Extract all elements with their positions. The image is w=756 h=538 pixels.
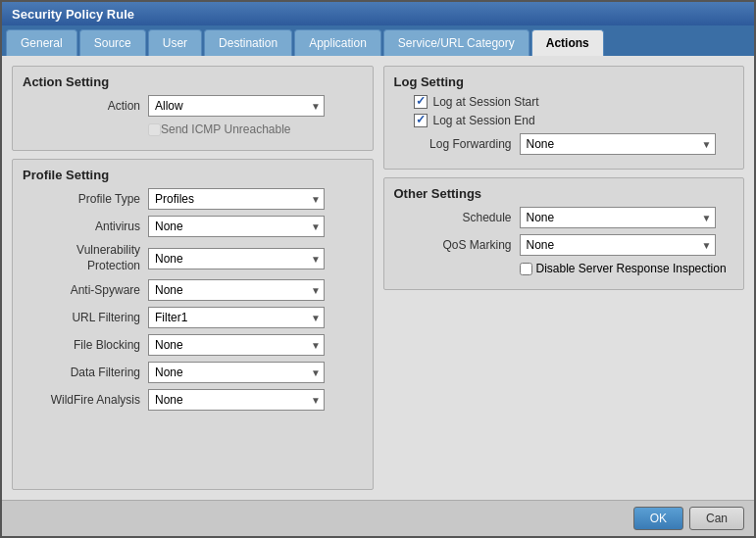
antispyware-row: Anti-Spyware None ▼	[23, 279, 363, 301]
log-forwarding-row: Log Forwarding None ▼	[394, 133, 734, 155]
dialog-title: Security Policy Rule	[12, 7, 134, 22]
data-filtering-row: Data Filtering None ▼	[23, 362, 363, 383]
vuln-select[interactable]: None	[148, 248, 325, 269]
title-bar: Security Policy Rule	[2, 2, 754, 25]
profile-type-select-wrapper: Profiles ▼	[148, 188, 325, 210]
disable-server-row: Disable Server Response Inspection	[394, 262, 734, 275]
log-session-start-row: Log at Session Start	[394, 95, 734, 109]
action-row: Action Allow ▼	[23, 95, 363, 117]
schedule-row: Schedule None ▼	[394, 207, 734, 228]
file-blocking-row: File Blocking None ▼	[23, 334, 363, 356]
profile-type-row: Profile Type Profiles ▼	[23, 188, 363, 210]
qos-label: QoS Marking	[394, 238, 512, 252]
log-session-end-label: Log at Session End	[433, 114, 535, 127]
wildfire-row: WildFire Analysis None ▼	[23, 389, 363, 411]
tab-source[interactable]: Source	[79, 29, 146, 56]
tab-application[interactable]: Application	[294, 29, 381, 56]
log-session-end-row: Log at Session End	[394, 114, 734, 127]
action-setting-title: Action Setting	[23, 74, 363, 89]
disable-server-checkbox[interactable]	[520, 263, 532, 275]
vuln-label: VulnerabilityProtection	[23, 243, 140, 273]
dialog-footer: OK Can	[2, 500, 754, 536]
log-session-start-checkmark	[414, 95, 428, 109]
schedule-select-wrapper: None ▼	[520, 207, 716, 228]
tab-user[interactable]: User	[148, 29, 202, 56]
url-filtering-label: URL Filtering	[23, 311, 140, 324]
cancel-button[interactable]: Can	[689, 507, 744, 530]
profile-setting-section: Profile Setting Profile Type Profiles ▼ …	[12, 159, 374, 490]
data-filtering-select-wrapper: None ▼	[148, 362, 325, 383]
security-policy-dialog: Security Policy Rule General Source User…	[0, 0, 756, 538]
data-filtering-label: Data Filtering	[23, 366, 140, 379]
antivirus-row: Antivirus None ▼	[23, 216, 363, 237]
file-blocking-label: File Blocking	[23, 338, 140, 352]
data-filtering-select[interactable]: None	[148, 362, 325, 383]
antispyware-select-wrapper: None ▼	[148, 279, 325, 301]
wildfire-select-wrapper: None ▼	[148, 389, 325, 411]
antivirus-select[interactable]: None	[148, 216, 325, 237]
log-setting-section: Log Setting Log at Session Start Log at …	[383, 66, 745, 170]
log-setting-title: Log Setting	[394, 74, 734, 89]
log-forwarding-select-wrapper: None ▼	[520, 133, 716, 155]
left-panel: Action Setting Action Allow ▼ Send ICMP …	[12, 66, 374, 490]
send-icmp-label: Send ICMP Unreachable	[161, 122, 291, 136]
schedule-label: Schedule	[394, 211, 512, 224]
log-forwarding-select[interactable]: None	[520, 133, 716, 155]
action-select[interactable]: Allow	[148, 95, 325, 117]
qos-select[interactable]: None	[520, 234, 716, 256]
log-forwarding-label: Log Forwarding	[394, 137, 512, 151]
tab-destination[interactable]: Destination	[204, 29, 292, 56]
schedule-select[interactable]: None	[520, 207, 716, 228]
url-filtering-row: URL Filtering Filter1 ▼	[23, 307, 363, 328]
file-blocking-select[interactable]: None	[148, 334, 325, 356]
log-session-start-label: Log at Session Start	[433, 95, 539, 109]
right-panel: Log Setting Log at Session Start Log at …	[383, 66, 745, 490]
send-icmp-row: Send ICMP Unreachable	[23, 122, 363, 136]
send-icmp-checkbox[interactable]	[148, 123, 161, 136]
action-setting-section: Action Setting Action Allow ▼ Send ICMP …	[12, 66, 374, 151]
wildfire-select[interactable]: None	[148, 389, 325, 411]
url-select-wrapper: Filter1 ▼	[148, 307, 325, 328]
content-area: Action Setting Action Allow ▼ Send ICMP …	[2, 56, 754, 500]
vuln-select-wrapper: None ▼	[148, 248, 325, 269]
log-session-end-checkmark	[414, 114, 428, 127]
vuln-row: VulnerabilityProtection None ▼	[23, 243, 363, 273]
antispyware-select[interactable]: None	[148, 279, 325, 301]
tab-bar: General Source User Destination Applicat…	[2, 25, 754, 56]
tab-general[interactable]: General	[6, 29, 77, 56]
action-select-wrapper: Allow ▼	[148, 95, 325, 117]
profile-type-select[interactable]: Profiles	[148, 188, 325, 210]
disable-server-label: Disable Server Response Inspection	[536, 262, 727, 275]
wildfire-label: WildFire Analysis	[23, 393, 140, 407]
tab-actions[interactable]: Actions	[531, 29, 604, 56]
tab-service-url[interactable]: Service/URL Category	[383, 29, 529, 56]
file-blocking-select-wrapper: None ▼	[148, 334, 325, 356]
antivirus-select-wrapper: None ▼	[148, 216, 325, 237]
qos-row: QoS Marking None ▼	[394, 234, 734, 256]
ok-button[interactable]: OK	[633, 507, 683, 530]
profile-type-label: Profile Type	[23, 192, 140, 206]
url-select[interactable]: Filter1	[148, 307, 325, 328]
action-label: Action	[23, 99, 140, 113]
antivirus-label: Antivirus	[23, 220, 140, 233]
other-settings-section: Other Settings Schedule None ▼ QoS Marki…	[383, 177, 745, 290]
antispyware-label: Anti-Spyware	[23, 283, 140, 297]
qos-select-wrapper: None ▼	[520, 234, 716, 256]
other-settings-title: Other Settings	[394, 186, 734, 201]
profile-setting-title: Profile Setting	[23, 168, 363, 182]
